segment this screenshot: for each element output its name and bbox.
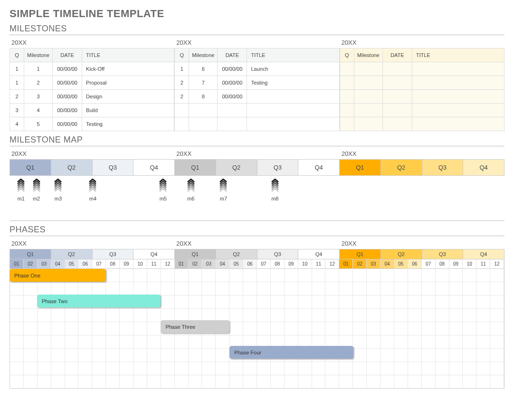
table-cell: Build <box>82 104 174 117</box>
table-cell <box>340 90 354 104</box>
phase-grid-cell <box>133 322 147 335</box>
phase-grid-cell <box>175 349 189 362</box>
phase-grid-cell <box>161 309 175 322</box>
phase-quarter: Q2 <box>381 249 422 259</box>
phase-grid-cell <box>202 309 216 322</box>
table-cell <box>218 104 247 117</box>
phase-grid-cell <box>24 296 38 308</box>
phase-grid-cell <box>298 375 312 388</box>
phase-grid-cell <box>367 375 381 388</box>
phase-grid-cell <box>408 309 422 322</box>
phase-grid-cell <box>325 362 339 375</box>
phase-grid-cell <box>161 349 175 362</box>
phase-bar[interactable]: Phase Two <box>37 295 161 307</box>
milestone-arrow: m6 <box>183 180 199 201</box>
phase-grid-cell <box>436 349 449 362</box>
phase-grid-cell <box>490 349 504 362</box>
milestone-table: QMilestoneDATETITLE1100/00/00Kick-Off120… <box>10 48 174 131</box>
phase-grid-cell <box>106 322 120 335</box>
phase-month: 12 <box>325 259 339 269</box>
table-cell: 5 <box>24 117 53 131</box>
phase-grid-cell <box>189 375 202 388</box>
phase-grid-cell <box>10 375 24 388</box>
phase-grid-cell <box>381 322 394 335</box>
phase-grid-cell <box>106 269 120 282</box>
phase-grid-cell <box>367 309 381 322</box>
phase-bar[interactable]: Phase Four <box>229 346 353 359</box>
table-row: 1100/00/00Kick-Off <box>10 62 174 76</box>
phase-grid-cell <box>285 282 298 295</box>
phase-grid-cell <box>476 375 490 388</box>
phase-grid-cell <box>257 282 271 295</box>
table-cell: 00/00/00 <box>218 90 247 104</box>
phase-grid-cell <box>147 269 161 282</box>
table-cell <box>354 62 382 76</box>
phase-month: 05 <box>229 259 243 269</box>
phase-month: 12 <box>161 259 175 269</box>
phase-grid-cell <box>133 309 147 322</box>
table-cell <box>412 62 504 76</box>
phase-grid-cell <box>463 375 476 388</box>
phase-grid-cell <box>436 362 449 375</box>
table-cell <box>412 90 504 104</box>
phase-grid-cell <box>353 335 367 348</box>
phase-grid-cell <box>381 269 394 282</box>
phase-grid-cell <box>51 309 65 322</box>
table-cell <box>354 76 382 90</box>
milestone-arrow: m5 <box>155 180 171 201</box>
phase-grid-cell <box>339 362 353 375</box>
phase-grid-cell <box>285 375 298 388</box>
phase-month: 02 <box>189 259 202 269</box>
phase-grid-cell <box>367 322 381 335</box>
table-cell: 8 <box>189 90 218 104</box>
phase-grid-row <box>10 375 504 389</box>
table-cell: 3 <box>10 104 24 117</box>
table-cell <box>340 117 354 131</box>
phase-grid-cell <box>271 322 285 335</box>
phase-grid-cell <box>449 282 463 295</box>
phase-grid-cell <box>106 349 120 362</box>
phase-grid-cell <box>353 322 367 335</box>
phase-grid-cell <box>202 335 216 348</box>
table-cell: 2 <box>10 90 24 104</box>
table-header: Q <box>10 48 24 62</box>
phase-grid-cell <box>449 362 463 375</box>
phase-grid-cell <box>24 362 38 375</box>
phase-grid-cell <box>463 309 476 322</box>
phase-grid-cell <box>229 282 243 295</box>
phase-grid-cell <box>120 375 133 388</box>
phase-month: 03 <box>367 259 381 269</box>
map-quarter: Q4 <box>298 160 340 175</box>
table-cell <box>175 104 189 117</box>
table-cell: Testing <box>82 117 174 131</box>
phase-grid-cell <box>325 309 339 322</box>
phase-grid-cell <box>175 375 189 388</box>
phase-grid-cell <box>490 269 504 282</box>
phase-grid-cell <box>161 269 175 282</box>
phase-grid-cell <box>463 335 476 348</box>
phase-grid-cell <box>476 335 490 348</box>
phase-grid-cell <box>367 296 381 308</box>
chevron-up-icon <box>33 188 40 191</box>
table-cell: 6 <box>189 62 218 76</box>
year-label: 20XX <box>10 238 174 249</box>
phase-grid-cell <box>298 362 312 375</box>
table-row <box>340 104 504 117</box>
table-cell: Testing <box>247 76 339 90</box>
phase-grid-cell <box>147 335 161 348</box>
chevron-up-icon <box>187 188 195 191</box>
table-cell: 3 <box>24 90 53 104</box>
phase-grid-cell <box>133 349 147 362</box>
phase-bar[interactable]: Phase Three <box>161 320 229 333</box>
phase-bar[interactable]: Phase One <box>10 269 106 282</box>
phase-grid-cell <box>229 362 243 375</box>
chevron-up-icon <box>219 188 227 191</box>
phase-month: 04 <box>51 259 65 269</box>
phase-grid-cell <box>298 296 312 308</box>
table-header: DATE <box>218 48 247 62</box>
phase-grid-cell <box>271 309 285 322</box>
milestone-arrow: m4 <box>85 180 101 201</box>
phase-grid-cell <box>38 375 51 388</box>
phase-grid-cell <box>133 335 147 348</box>
phase-grid-cell <box>92 322 106 335</box>
